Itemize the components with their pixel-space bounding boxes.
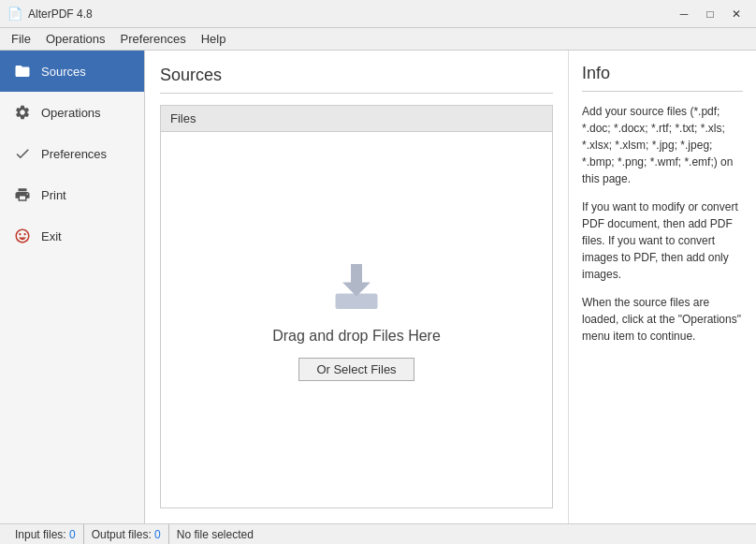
print-icon <box>13 185 32 204</box>
sidebar-label-preferences: Preferences <box>41 147 107 161</box>
select-files-button[interactable]: Or Select Files <box>298 358 414 381</box>
close-button[interactable]: ✕ <box>724 5 749 23</box>
status-text-segment: No file selected <box>169 524 261 544</box>
sidebar-item-print[interactable]: Print <box>0 174 144 215</box>
main-layout: Sources Operations Preferences Print Exi… <box>0 51 756 523</box>
menu-file[interactable]: File <box>4 30 38 48</box>
sidebar-label-operations: Operations <box>41 106 101 120</box>
sidebar: Sources Operations Preferences Print Exi… <box>0 51 145 523</box>
files-header: Files <box>160 105 553 132</box>
title-bar-left: 📄 AlterPDF 4.8 <box>7 7 93 22</box>
menu-preferences[interactable]: Preferences <box>113 30 194 48</box>
title-bar: 📄 AlterPDF 4.8 ─ □ ✕ <box>0 0 756 28</box>
input-files-count: 0 <box>69 528 76 541</box>
input-files-label: Input files: <box>15 528 66 541</box>
content-area: Sources Files Drag and drop Files Here O… <box>145 51 756 523</box>
menu-help[interactable]: Help <box>194 30 234 48</box>
app-icon: 📄 <box>7 7 22 22</box>
sources-icon <box>13 62 32 81</box>
minimize-button[interactable]: ─ <box>672 5 696 23</box>
info-paragraph-1: Add your source files (*.pdf; *.doc; *.d… <box>582 103 743 187</box>
info-paragraph-3: When the source files are loaded, click … <box>582 294 743 345</box>
sources-panel: Sources Files Drag and drop Files Here O… <box>145 51 569 523</box>
exit-icon <box>13 227 32 245</box>
sidebar-item-operations[interactable]: Operations <box>0 92 144 133</box>
output-files-count: 0 <box>154 528 161 541</box>
app-title: AlterPDF 4.8 <box>28 7 93 21</box>
maximize-button[interactable]: □ <box>698 5 722 23</box>
preferences-icon <box>13 144 32 163</box>
operations-icon <box>13 103 32 122</box>
output-files-segment: Output files: 0 <box>84 524 169 544</box>
sources-title: Sources <box>160 66 553 94</box>
output-files-label: Output files: <box>92 528 152 541</box>
info-paragraph-2: If you want to modify or convert PDF doc… <box>582 198 743 283</box>
sidebar-item-exit[interactable]: Exit <box>0 215 144 257</box>
status-text: No file selected <box>177 528 254 541</box>
info-title: Info <box>582 64 743 92</box>
sidebar-item-preferences[interactable]: Preferences <box>0 133 144 174</box>
svg-rect-1 <box>351 264 362 286</box>
status-bar: Input files: 0 Output files: 0 No file s… <box>0 523 756 544</box>
window-controls: ─ □ ✕ <box>672 5 749 23</box>
download-icon <box>328 258 385 315</box>
menu-operations[interactable]: Operations <box>38 30 113 48</box>
input-files-segment: Input files: 0 <box>7 524 84 544</box>
info-panel: Info Add your source files (*.pdf; *.doc… <box>569 51 756 523</box>
sidebar-label-sources: Sources <box>41 65 86 79</box>
drop-zone[interactable]: Drag and drop Files Here Or Select Files <box>160 132 553 508</box>
menu-bar: File Operations Preferences Help <box>0 28 756 51</box>
sidebar-label-print: Print <box>41 188 66 202</box>
sidebar-label-exit: Exit <box>41 229 62 243</box>
drag-drop-text: Drag and drop Files Here <box>272 328 441 345</box>
sidebar-item-sources[interactable]: Sources <box>0 51 144 92</box>
